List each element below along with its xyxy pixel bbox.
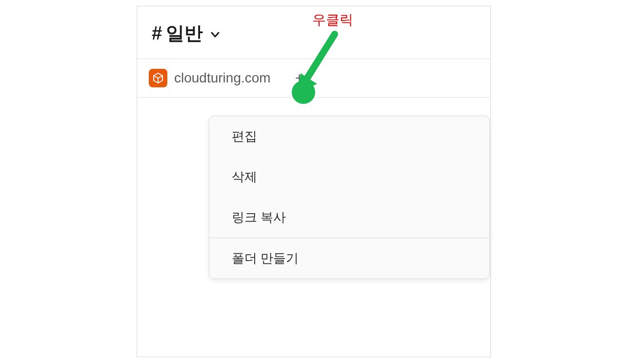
add-bookmark-button[interactable]: + <box>295 70 304 86</box>
bookmark-label[interactable]: cloudturing.com <box>174 70 271 86</box>
hash-symbol: # <box>152 23 162 44</box>
bookmark-cube-icon[interactable] <box>149 69 167 87</box>
bookmark-row: cloudturing.com + <box>137 59 490 97</box>
menu-item-create-folder[interactable]: 폴더 만들기 <box>209 238 489 279</box>
menu-item-delete[interactable]: 삭제 <box>209 157 489 197</box>
chevron-down-icon <box>211 30 220 41</box>
bookmark-divider <box>137 97 490 98</box>
annotation-right-click-label: 우클릭 <box>312 11 353 29</box>
context-menu: 편집 삭제 링크 복사 폴더 만들기 <box>209 116 490 279</box>
menu-item-copy-link[interactable]: 링크 복사 <box>209 197 489 238</box>
menu-item-edit[interactable]: 편집 <box>209 116 489 157</box>
channel-title: 일반 <box>166 21 203 46</box>
